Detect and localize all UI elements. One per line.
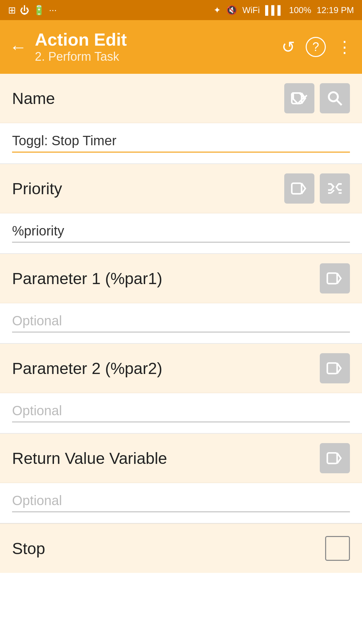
status-right: ✦ 🔇 WiFi ▌▌▌ 100% 12:19 PM — [214, 5, 354, 15]
svg-rect-7 — [327, 273, 337, 284]
content-area: Name — [0, 74, 362, 586]
svg-point-1 — [329, 92, 338, 101]
reset-button[interactable]: ↺ — [282, 38, 295, 56]
battery-percent: 100% — [289, 5, 311, 15]
wifi-icon: WiFi — [242, 5, 260, 15]
app-bar-actions: ↺ ? ⋮ — [282, 37, 353, 57]
apps-icon: ⊞ — [8, 5, 16, 16]
priority-label: Priority — [12, 179, 62, 198]
app-bar-title-group: Action Edit 2. Perform Task — [35, 30, 282, 63]
tag-icon-4 — [326, 359, 344, 377]
return-value-tag-button[interactable] — [320, 443, 350, 473]
bluetooth-icon: ✦ — [214, 5, 221, 15]
search-icon — [326, 89, 344, 107]
priority-shuffle-button[interactable] — [320, 173, 350, 204]
tag-icon-2 — [290, 179, 308, 198]
back-button[interactable]: ← — [9, 37, 27, 57]
parameter1-input-row — [0, 303, 362, 343]
parameter1-tag-button[interactable] — [320, 263, 350, 293]
priority-field-section: Priority — [0, 164, 362, 253]
status-left: ⊞ ⏻ 🔋 ··· — [8, 5, 57, 16]
tag-icon-5 — [326, 449, 344, 467]
name-input[interactable] — [12, 130, 350, 153]
mute-icon: 🔇 — [226, 5, 237, 15]
app-bar-title: Action Edit — [35, 30, 282, 49]
app-bar: ← Action Edit 2. Perform Task ↺ ? ⋮ — [0, 20, 362, 74]
priority-input[interactable] — [12, 220, 350, 243]
tag-icon-3 — [326, 269, 344, 287]
parameter2-label: Parameter 2 (%par2) — [12, 359, 162, 378]
parameter2-input[interactable] — [12, 400, 350, 422]
return-value-label-row: Return Value Variable — [0, 434, 362, 483]
battery-100-icon: 🔋 — [33, 5, 45, 16]
priority-input-row — [0, 213, 362, 253]
power-icon: ⏻ — [20, 5, 29, 16]
name-tag-button[interactable] — [284, 83, 314, 113]
svg-line-2 — [337, 100, 342, 105]
help-button[interactable]: ? — [306, 37, 326, 57]
svg-rect-8 — [327, 363, 337, 374]
parameter2-tag-button[interactable] — [320, 353, 350, 383]
parameter2-input-row — [0, 393, 362, 433]
parameter2-field-actions — [320, 353, 350, 383]
name-search-button[interactable] — [320, 83, 350, 113]
app-bar-subtitle: 2. Perform Task — [35, 50, 282, 64]
svg-rect-9 — [327, 453, 337, 464]
more-menu-button[interactable]: ⋮ — [337, 38, 353, 56]
name-field-section: Name — [0, 74, 362, 163]
priority-tag-button[interactable] — [284, 173, 314, 204]
shuffle-icon — [326, 179, 344, 198]
return-value-field-actions — [320, 443, 350, 473]
parameter1-label-row: Parameter 1 (%par1) — [0, 254, 362, 303]
stop-checkbox[interactable] — [325, 536, 350, 561]
status-bar: ⊞ ⏻ 🔋 ··· ✦ 🔇 WiFi ▌▌▌ 100% 12:19 PM — [0, 0, 362, 20]
more-icon: ··· — [49, 5, 57, 15]
stop-label: Stop — [12, 539, 45, 558]
name-label: Name — [12, 89, 55, 108]
parameter1-field-actions — [320, 263, 350, 293]
priority-label-row: Priority — [0, 164, 362, 213]
return-value-field-section: Return Value Variable — [0, 434, 362, 523]
name-label-row: Name — [0, 74, 362, 123]
signal-icon: ▌▌▌ — [265, 5, 284, 15]
name-field-actions — [284, 83, 350, 113]
return-value-label: Return Value Variable — [12, 449, 167, 468]
help-icon: ? — [312, 40, 319, 54]
return-value-input-row — [0, 483, 362, 523]
parameter1-label: Parameter 1 (%par1) — [12, 269, 162, 288]
return-value-input[interactable] — [12, 490, 350, 512]
name-input-row — [0, 123, 362, 163]
parameter2-label-row: Parameter 2 (%par2) — [0, 344, 362, 393]
svg-rect-3 — [292, 183, 302, 194]
tag-icon — [290, 89, 308, 107]
priority-field-actions — [284, 173, 350, 204]
time-display: 12:19 PM — [317, 5, 354, 15]
parameter1-field-section: Parameter 1 (%par1) — [0, 254, 362, 343]
parameter2-field-section: Parameter 2 (%par2) — [0, 344, 362, 433]
stop-section: Stop — [0, 524, 362, 573]
parameter1-input[interactable] — [12, 310, 350, 332]
